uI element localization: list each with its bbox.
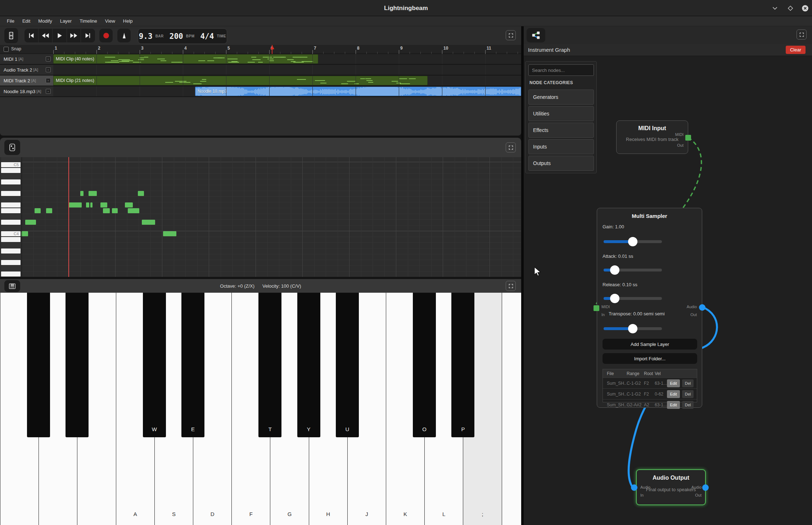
mini-key-white[interactable]	[1, 168, 21, 173]
node-multi-sampler[interactable]: Multi Sampler Gain: 1.00 Attack: 0.01 ss…	[597, 208, 702, 408]
mini-key-black[interactable]	[1, 265, 21, 271]
mini-key-black[interactable]	[1, 185, 21, 191]
menu-timeline[interactable]: Timeline	[76, 16, 101, 26]
transpose-slider[interactable]	[604, 327, 662, 330]
black-key[interactable]	[66, 293, 89, 437]
track-lane[interactable]: MIDI Clip (40 notes)	[53, 54, 521, 64]
edit-button[interactable]: Edit	[667, 379, 680, 387]
menu-view[interactable]: View	[101, 16, 119, 26]
black-key-W[interactable]: W	[143, 293, 166, 437]
mini-key-white[interactable]	[1, 202, 21, 207]
black-key-O[interactable]: O	[413, 293, 436, 437]
track-mute-button[interactable]: -	[46, 67, 51, 72]
midi-note[interactable]	[89, 191, 97, 196]
audio-clip-noodle[interactable]: Noodle 18.mp3	[195, 87, 521, 96]
menu-modify[interactable]: Modify	[34, 16, 56, 26]
midi-note[interactable]	[163, 231, 176, 236]
mini-key-black[interactable]	[1, 214, 21, 219]
track-mute-button[interactable]: -	[46, 56, 51, 61]
midi-note[interactable]	[103, 208, 110, 213]
attack-slider[interactable]	[604, 269, 662, 271]
skip-end-button[interactable]	[81, 29, 95, 42]
menu-edit[interactable]: Edit	[18, 16, 34, 26]
black-key-Y[interactable]: Y	[297, 293, 320, 437]
white-key[interactable]	[502, 293, 521, 525]
add-sample-layer-button[interactable]: Add Sample Layer	[603, 339, 697, 350]
playhead-marker[interactable]	[270, 45, 275, 54]
node-midi-input[interactable]: MIDI Input Receives MIDI from track MIDI…	[616, 120, 688, 154]
midi-clip-1[interactable]: MIDI Clip (40 notes)	[53, 54, 318, 64]
timeline-empty-area[interactable]	[0, 97, 521, 136]
edit-button[interactable]: Edit	[667, 390, 680, 398]
mini-key-black[interactable]	[1, 254, 21, 260]
track-lane[interactable]	[53, 65, 521, 75]
track-header-midi-track-2[interactable]: MIDI Track 2 [A] -	[0, 76, 53, 86]
panel-divider[interactable]	[521, 26, 524, 525]
snap-checkbox[interactable]	[4, 47, 9, 52]
release-slider[interactable]	[604, 297, 662, 300]
track-header-noodle[interactable]: Noodle 18.mp3 [A] -	[0, 86, 53, 96]
black-key-U[interactable]: U	[336, 293, 359, 437]
import-folder-button[interactable]: Import Folder...	[603, 353, 697, 364]
midi-note[interactable]	[128, 208, 139, 213]
node-graph-panel-button[interactable]	[527, 28, 545, 42]
midi-note[interactable]	[142, 220, 155, 225]
black-key-E[interactable]: E	[181, 293, 204, 437]
film-button[interactable]	[4, 28, 18, 43]
mini-key-black[interactable]	[1, 242, 21, 248]
close-icon[interactable]	[800, 4, 810, 13]
midi-note[interactable]	[35, 208, 41, 213]
menu-file[interactable]: File	[3, 16, 18, 26]
record-button[interactable]	[99, 29, 113, 42]
track-header-midi-1[interactable]: MIDI 1 [A] -	[0, 54, 53, 64]
midi-note[interactable]	[90, 202, 93, 207]
timeline-expand-button[interactable]	[506, 30, 516, 40]
mini-key-white[interactable]	[1, 208, 21, 213]
fast-forward-button[interactable]	[67, 29, 81, 42]
mini-key-white[interactable]	[1, 179, 21, 184]
black-key-T[interactable]: T	[258, 293, 281, 437]
track-mute-button[interactable]: -	[46, 89, 51, 94]
graph-canvas[interactable]: NODE CATEGORIES Generators Utilities Eff…	[524, 56, 812, 525]
mini-key-white[interactable]	[1, 220, 21, 225]
node-audio-output[interactable]: Audio Output Final output to speakers Au…	[636, 469, 706, 505]
track-header-audio-2[interactable]: Audio Track 2 [A] -	[0, 65, 53, 75]
midi-note[interactable]	[112, 208, 118, 213]
metronome-button[interactable]	[117, 29, 131, 42]
piano-roll-panel-button[interactable]	[4, 140, 20, 155]
piano-roll-expand-button[interactable]	[506, 142, 516, 152]
midi-clip-2[interactable]: MIDI Clip (21 notes)	[53, 76, 428, 85]
rewind-button[interactable]	[39, 29, 53, 42]
delete-button[interactable]: Del	[682, 401, 694, 409]
midi-out-port[interactable]	[685, 135, 691, 141]
mini-key-white[interactable]	[1, 248, 21, 254]
delete-button[interactable]: Del	[682, 379, 694, 387]
midi-note[interactable]	[69, 202, 82, 207]
midi-note[interactable]	[125, 202, 133, 207]
gain-slider[interactable]	[604, 240, 662, 243]
mini-key-white[interactable]	[1, 271, 21, 277]
midi-note[interactable]	[80, 191, 84, 196]
keyboard-panel-button[interactable]	[4, 280, 20, 292]
midi-note[interactable]	[138, 191, 144, 196]
edit-button[interactable]: Edit	[667, 401, 680, 409]
black-key-P[interactable]: P	[451, 293, 474, 437]
play-button[interactable]	[53, 29, 67, 42]
graph-expand-button[interactable]	[797, 29, 807, 40]
mini-key-black[interactable]	[1, 173, 21, 179]
mini-key-white[interactable]	[1, 191, 21, 196]
mini-key-black[interactable]	[1, 196, 21, 202]
maximize-icon[interactable]	[786, 4, 795, 13]
midi-note[interactable]	[100, 202, 107, 207]
keyboard-expand-button[interactable]	[506, 281, 516, 291]
mini-key-white[interactable]	[1, 260, 21, 265]
midi-note[interactable]	[86, 202, 89, 207]
menu-help[interactable]: Help	[119, 16, 137, 26]
timeline-ruler[interactable]: Snap 1234567891011	[0, 45, 521, 54]
midi-note[interactable]	[25, 220, 36, 225]
track-mute-button[interactable]: -	[46, 78, 51, 83]
clear-button[interactable]: Clear	[786, 46, 806, 54]
mini-key-white[interactable]	[1, 237, 21, 242]
audio-out-port[interactable]	[699, 304, 705, 311]
skip-start-button[interactable]	[24, 29, 39, 42]
